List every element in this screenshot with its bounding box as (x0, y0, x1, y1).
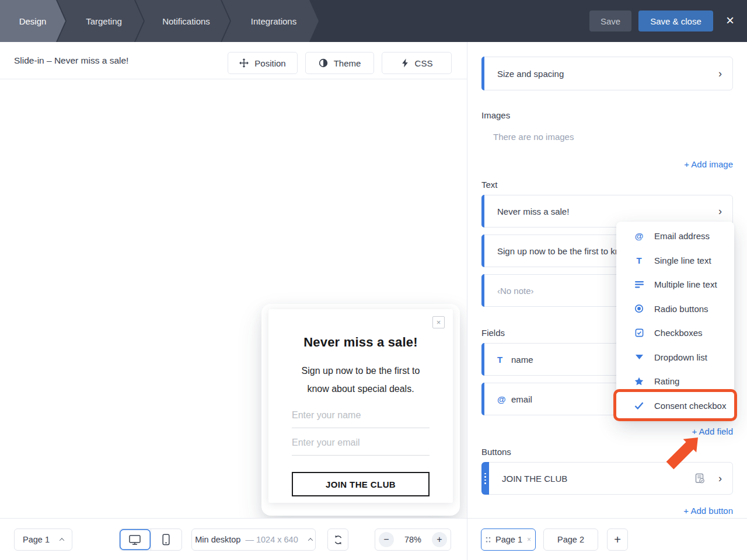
add-button-link[interactable]: + Add button (481, 506, 733, 516)
tab-targeting[interactable]: Targeting (57, 0, 144, 42)
add-page-button[interactable]: + (607, 528, 628, 551)
desktop-toggle-button[interactable] (120, 529, 151, 550)
card-accent-bar (481, 195, 484, 228)
device-preset-name: Min desktop (195, 535, 240, 544)
mobile-phone-icon (162, 534, 170, 545)
page-tab-1[interactable]: Page 1 × (481, 528, 536, 551)
slide-in-card: × Never miss a sale! Sign up now to be t… (268, 309, 453, 503)
css-button[interactable]: CSS (382, 52, 452, 74)
top-navbar: Design Targeting Notifications Integrati… (0, 0, 747, 42)
chevron-right-icon: › (714, 206, 722, 216)
text-item-label: ‹No note› (497, 286, 534, 296)
page-selector-label: Page 1 (23, 535, 50, 544)
page-tab-label: Page 1 (495, 535, 522, 544)
tab-design-label: Design (19, 16, 47, 26)
mobile-toggle-button[interactable] (151, 529, 181, 550)
preview-close-icon[interactable]: × (432, 316, 445, 328)
card-accent-bar (481, 57, 484, 90)
button-item-join-the-club[interactable]: JOIN THE CLUB › (481, 462, 733, 495)
email-field-placeholder: Enter your email (292, 438, 360, 447)
images-section-label: Images (481, 111, 733, 120)
widget-title: Slide-in – Never miss a sale! (14, 55, 128, 66)
slide-in-preview[interactable]: × Never miss a sale! Sign up now to be t… (261, 304, 460, 516)
form-submit-icon (694, 473, 706, 484)
text-item-label: Sign up now to be the first to kno (497, 246, 624, 256)
email-field[interactable]: Enter your email (292, 438, 430, 456)
chevron-up-icon (60, 538, 64, 542)
preview-body: Sign up now to be the first to know abou… (292, 362, 430, 398)
menu-item-checkboxes[interactable]: Checkboxes (616, 321, 734, 345)
move-icon (239, 58, 249, 68)
menu-item-label: Radio buttons (654, 304, 708, 314)
card-accent-bar (481, 235, 484, 267)
email-at-icon: @ (634, 231, 644, 241)
drag-handle[interactable] (481, 462, 489, 495)
device-toggle (119, 528, 182, 551)
menu-item-single-line-text[interactable]: T Single line text (616, 249, 734, 273)
menu-item-email-address[interactable]: @ Email address (616, 224, 734, 249)
theme-button-label: Theme (334, 58, 361, 68)
chevron-up-icon (308, 538, 312, 542)
name-field-placeholder: Enter your name (292, 410, 361, 420)
contrast-icon (319, 58, 328, 68)
bottom-toolbar: Page 1 (0, 518, 747, 560)
field-item-label: email (511, 394, 532, 404)
page-selector-dropdown[interactable]: Page 1 (14, 528, 72, 551)
editor-toolbar: Slide-in – Never miss a sale! Position (0, 42, 467, 79)
device-preset-dropdown[interactable]: Min desktop — 1024 x 640 (191, 528, 316, 551)
rotate-preview-button[interactable] (327, 528, 348, 551)
buttons-section-label: Buttons (481, 447, 733, 457)
lightning-icon (401, 58, 409, 68)
menu-item-multiple-line-text[interactable]: Multiple line text (616, 272, 734, 297)
toolbar-buttons: Position Theme (228, 52, 452, 74)
close-editor-icon[interactable]: × (721, 12, 739, 29)
settings-sidebar: Size and spacing › Images There are no i… (467, 42, 747, 518)
zoom-in-button[interactable]: + (432, 532, 447, 547)
star-icon (634, 377, 644, 386)
theme-button[interactable]: Theme (305, 52, 374, 74)
single-line-text-icon: T (634, 256, 644, 265)
tab-integrations-label: Integrations (251, 16, 296, 26)
page-tab-2[interactable]: Page 2 (543, 528, 598, 551)
menu-item-label: Rating (654, 376, 679, 386)
preview-heading: Never miss a sale! (292, 335, 430, 350)
menu-item-dropdown-list[interactable]: Dropdown list (616, 345, 734, 370)
radio-button-icon (634, 304, 644, 313)
name-field[interactable]: Enter your name (292, 410, 430, 428)
checkbox-icon (634, 328, 644, 337)
card-accent-bar (481, 274, 484, 307)
drag-dots-icon (486, 537, 491, 543)
menu-item-label: Dropdown list (654, 352, 707, 362)
join-the-club-button[interactable]: JOIN THE CLUB (292, 472, 430, 496)
chevron-right-icon: › (714, 473, 722, 484)
size-and-spacing-label: Size and spacing (497, 69, 564, 79)
chevron-right-icon: › (714, 68, 722, 79)
menu-item-label: Checkboxes (654, 328, 703, 338)
save-and-close-button[interactable]: Save & close (638, 10, 713, 32)
add-field-link[interactable]: + Add field (481, 427, 733, 436)
menu-item-label: Email address (654, 231, 710, 241)
multiple-lines-icon (634, 281, 644, 288)
text-item-label: Never miss a sale! (497, 206, 569, 216)
field-item-label: name (511, 355, 533, 365)
nav-tabs: Design Targeting Notifications Integrati… (0, 0, 747, 42)
dropdown-triangle-icon (634, 355, 644, 359)
menu-item-consent-checkbox[interactable]: Consent checkbox (616, 394, 734, 418)
tab-notifications-label: Notifications (162, 16, 210, 26)
add-image-link[interactable]: + Add image (481, 160, 733, 169)
position-button[interactable]: Position (228, 52, 298, 74)
zoom-out-button[interactable]: − (379, 532, 394, 547)
save-button[interactable]: Save (589, 10, 631, 32)
rotate-icon (333, 535, 343, 545)
tab-integrations[interactable]: Integrations (222, 0, 319, 42)
tab-design[interactable]: Design (0, 0, 65, 42)
tab-notifications[interactable]: Notifications (135, 0, 230, 42)
zoom-control: − 78% + (375, 528, 451, 551)
size-and-spacing-card[interactable]: Size and spacing › (481, 57, 733, 90)
app-window: Design Targeting Notifications Integrati… (0, 0, 747, 560)
menu-item-radio-buttons[interactable]: Radio buttons (616, 297, 734, 321)
card-accent-bar (481, 343, 484, 376)
close-page-icon[interactable]: × (527, 536, 531, 544)
bottom-bar-divider (467, 519, 467, 560)
menu-item-rating[interactable]: Rating (616, 369, 734, 394)
